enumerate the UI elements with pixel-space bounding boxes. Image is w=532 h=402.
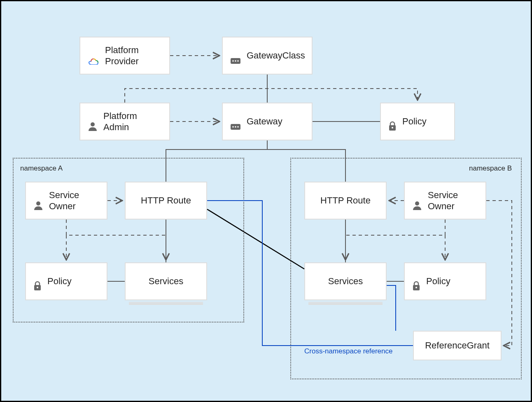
services-b-stack-icon [308, 301, 383, 303]
http-route-b-label: HTTP Route [320, 195, 371, 206]
service-owner-b-box: Service Owner [404, 182, 486, 220]
http-route-b-box: HTTP Route [304, 182, 387, 220]
platform-provider-label: Platform Provider [105, 44, 139, 67]
lock-icon [33, 269, 42, 293]
user-icon [33, 189, 43, 213]
reference-grant-label: ReferenceGrant [425, 340, 490, 351]
svg-point-2 [235, 60, 236, 62]
gateway-box: Gateway [222, 103, 313, 140]
svg-point-3 [237, 60, 239, 62]
gateway-label: Gateway [247, 116, 282, 127]
svg-point-8 [237, 126, 239, 128]
services-a-stack-icon [129, 301, 203, 303]
policy-top-box: Policy [380, 103, 455, 140]
services-b-box: Services [304, 262, 387, 300]
diagram-canvas: namespace A namespace B Platform Provide… [1, 1, 531, 401]
user-icon [88, 110, 98, 133]
dots-icon [230, 110, 241, 133]
cross-namespace-annotation: Cross-namespace reference [304, 347, 392, 355]
policy-b-label: Policy [426, 276, 450, 287]
platform-admin-label: Platform Admin [103, 110, 137, 133]
platform-admin-box: Platform Admin [79, 103, 170, 140]
policy-top-label: Policy [402, 116, 427, 127]
reference-grant-box: ReferenceGrant [413, 331, 502, 360]
user-icon [412, 189, 422, 213]
svg-point-1 [232, 60, 234, 62]
gateway-class-label: GatewayClass [247, 50, 305, 61]
lock-icon [388, 110, 397, 133]
namespace-b-label: namespace B [469, 164, 512, 173]
google-cloud-icon [88, 44, 99, 67]
namespace-a-label: namespace A [20, 164, 63, 173]
service-owner-a-label: Service Owner [49, 189, 79, 212]
policy-a-label: Policy [47, 276, 72, 287]
http-route-a-label: HTTP Route [141, 195, 191, 206]
services-a-box: Services [125, 262, 207, 300]
svg-point-4 [91, 122, 95, 126]
svg-point-16 [415, 287, 417, 288]
svg-point-10 [392, 127, 393, 129]
services-b-label: Services [328, 276, 363, 287]
platform-provider-box: Platform Provider [79, 37, 170, 75]
svg-point-14 [415, 201, 419, 206]
gateway-class-box: GatewayClass [222, 37, 313, 75]
svg-point-6 [232, 126, 234, 128]
svg-point-11 [36, 201, 40, 206]
http-route-a-box: HTTP Route [125, 182, 207, 220]
policy-b-box: Policy [404, 262, 486, 300]
service-owner-a-box: Service Owner [25, 182, 107, 220]
lock-icon [412, 269, 420, 293]
policy-a-box: Policy [25, 262, 107, 300]
services-a-label: Services [149, 276, 183, 287]
svg-point-7 [235, 126, 236, 128]
dots-icon [230, 44, 241, 67]
service-owner-b-label: Service Owner [428, 189, 458, 212]
svg-point-13 [37, 287, 38, 288]
